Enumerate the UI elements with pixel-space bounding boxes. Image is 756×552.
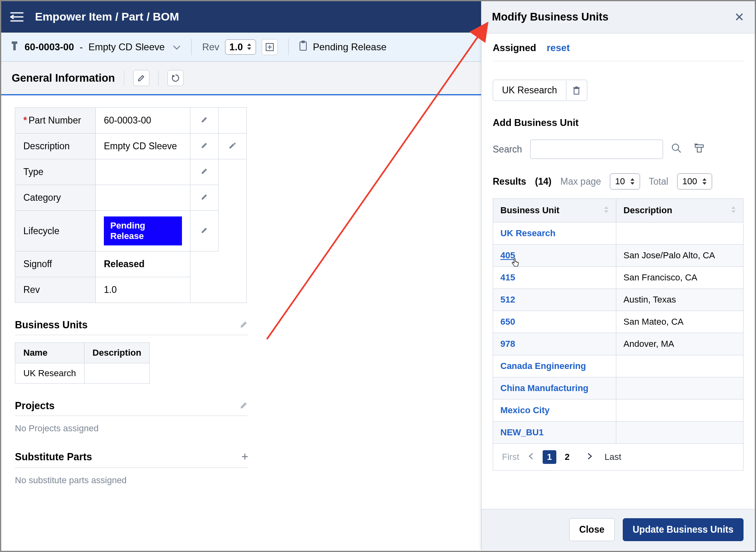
bu-link[interactable]: 512 — [500, 295, 515, 305]
bu-link[interactable]: Mexico City — [500, 405, 549, 415]
table-row[interactable]: NEW_BU1 — [493, 422, 744, 444]
bu-link-cell[interactable]: 512 — [493, 289, 616, 311]
bu-link-cell[interactable]: 978 — [493, 333, 616, 355]
search-icon[interactable] — [671, 143, 682, 156]
table-row[interactable]: 415San Francisco, CA — [493, 267, 744, 289]
gi-value: 60-0003-00 — [96, 108, 190, 134]
max-page-value: 10 — [615, 176, 625, 187]
pager-first[interactable]: First — [502, 452, 519, 462]
bu-desc — [84, 363, 149, 384]
table-row[interactable]: 650San Mateo, CA — [493, 311, 744, 333]
bu-link-cell[interactable]: 405 — [493, 245, 616, 267]
bu-link[interactable]: 415 — [500, 272, 515, 282]
select-caret-icon — [247, 41, 252, 53]
table-row[interactable]: China Manufacturing — [493, 377, 744, 400]
assigned-label: Assigned — [493, 42, 536, 54]
sort-icon — [731, 205, 736, 216]
bu-link[interactable]: Canada Engineering — [500, 361, 586, 371]
max-page-select[interactable]: 10 — [610, 173, 640, 189]
search-input[interactable] — [530, 140, 663, 159]
gi-label: Type — [15, 159, 96, 185]
close-icon[interactable]: ✕ — [734, 10, 744, 24]
edit-cell[interactable] — [190, 159, 219, 185]
gi-value — [96, 185, 190, 211]
col-description[interactable]: Description — [616, 199, 743, 222]
gi-label: Lifecycle — [15, 211, 96, 251]
status-chip: Pending Release — [299, 41, 386, 54]
col-name: Name — [15, 343, 85, 363]
bu-desc-cell — [616, 355, 743, 377]
edit-section-button[interactable] — [133, 70, 149, 86]
table-row[interactable]: 512Austin, Texas — [493, 289, 744, 311]
bu-link[interactable]: UK Research — [500, 228, 556, 238]
bu-link[interactable]: NEW_BU1 — [500, 427, 544, 437]
table-row[interactable]: 405San Jose/Palo Alto, CA — [493, 245, 744, 267]
svg-marker-12 — [172, 75, 175, 78]
bu-link[interactable]: China Manufacturing — [500, 383, 589, 393]
table-row[interactable]: 978Andover, MA — [493, 333, 744, 355]
bu-desc-cell — [616, 422, 743, 444]
add-bu-header: Add Business Unit — [493, 117, 744, 128]
bu-link-cell[interactable]: Mexico City — [493, 400, 616, 422]
pager-prev-icon[interactable] — [528, 452, 534, 462]
update-button[interactable]: Update Business Units — [623, 518, 744, 541]
gi-row: *Part Number60-0003-00 — [15, 108, 247, 134]
add-substitute-button[interactable]: + — [241, 450, 248, 463]
clear-filter-icon[interactable] — [694, 143, 705, 155]
chevron-down-icon[interactable] — [173, 41, 181, 53]
status-text: Pending Release — [313, 41, 386, 53]
col-business-unit[interactable]: Business Unit — [493, 199, 616, 222]
add-rev-button[interactable] — [262, 39, 278, 55]
svg-marker-23 — [702, 178, 706, 181]
table-row[interactable]: UK Research — [493, 222, 744, 245]
sort-icon — [604, 205, 609, 216]
col-desc: Description — [84, 343, 149, 363]
svg-marker-26 — [604, 210, 608, 213]
gi-label: Rev — [15, 277, 96, 303]
bu-desc-cell: San Jose/Palo Alto, CA — [616, 245, 743, 267]
bu-link-cell[interactable]: China Manufacturing — [493, 377, 616, 400]
projects-header: Projects — [15, 398, 248, 416]
bu-link-cell[interactable]: Canada Engineering — [493, 355, 616, 377]
refresh-button[interactable] — [167, 70, 184, 86]
rev-select[interactable]: 1.0 — [225, 39, 256, 55]
gi-value — [96, 159, 190, 185]
edit-business-units-button[interactable] — [240, 320, 248, 330]
edit-cell[interactable] — [190, 185, 219, 211]
edit-projects-button[interactable] — [240, 401, 248, 411]
part-desc: Empty CD Sleeve — [89, 41, 165, 53]
bu-desc-cell: San Mateo, CA — [616, 311, 743, 333]
pager-next-icon[interactable] — [587, 452, 593, 462]
remove-chip-button[interactable] — [566, 81, 587, 100]
bu-link-cell[interactable]: UK Research — [493, 222, 616, 245]
pager: First 12 Last — [493, 444, 744, 471]
edit-cell[interactable] — [190, 211, 219, 251]
reset-link[interactable]: reset — [547, 42, 570, 54]
svg-marker-27 — [731, 206, 735, 209]
svg-marker-21 — [630, 178, 634, 181]
panel-footer: Close Update Business Units — [481, 509, 755, 550]
close-button[interactable]: Close — [569, 518, 615, 541]
panel-body: Assigned reset UK Research Add Business … — [481, 33, 755, 550]
svg-marker-25 — [604, 206, 608, 209]
table-row[interactable]: Mexico City — [493, 400, 744, 422]
menu-icon[interactable] — [10, 12, 24, 22]
edit-cell[interactable] — [190, 134, 219, 159]
edit-cell[interactable] — [190, 108, 219, 134]
pager-page[interactable]: 2 — [560, 450, 574, 464]
general-info-table: *Part Number60-0003-00DescriptionEmpty C… — [15, 107, 247, 303]
bu-link-cell[interactable]: NEW_BU1 — [493, 422, 616, 444]
magic-edit-cell[interactable] — [219, 134, 247, 159]
pager-page[interactable]: 1 — [543, 450, 556, 464]
bu-link[interactable]: 650 — [500, 317, 515, 327]
bu-link[interactable]: 978 — [500, 339, 515, 349]
panel-title: Modify Business Units — [492, 11, 609, 23]
total-select[interactable]: 100 — [677, 173, 712, 189]
clipboard-icon — [299, 41, 307, 54]
bu-link-cell[interactable]: 650 — [493, 311, 616, 333]
table-row[interactable]: Canada Engineering — [493, 355, 744, 377]
substitute-empty: No substitute parts assigned — [15, 475, 467, 486]
pager-last[interactable]: Last — [605, 452, 622, 462]
assigned-row: Assigned reset — [493, 42, 744, 54]
search-label: Search — [493, 144, 522, 155]
